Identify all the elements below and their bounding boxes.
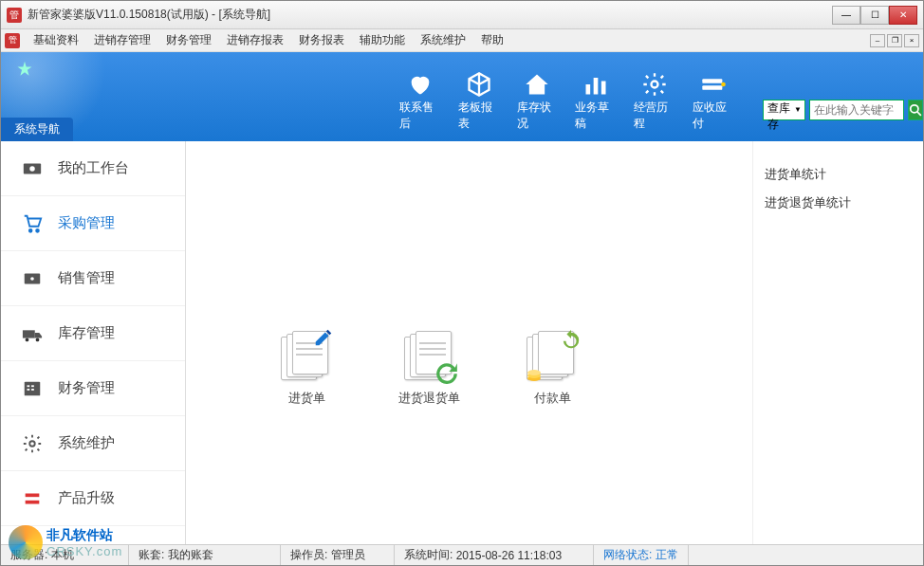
svg-point-17 — [36, 338, 40, 341]
sidebar-item-finance[interactable]: 财务管理 — [1, 361, 185, 416]
action-purchase-order[interactable]: 进货单 — [281, 331, 332, 407]
sidebar-item-maintain[interactable]: 系统维护 — [1, 416, 185, 471]
document-pay-icon — [527, 331, 578, 382]
svg-point-10 — [29, 166, 35, 172]
close-button[interactable]: ✕ — [889, 6, 917, 25]
svg-point-23 — [29, 441, 35, 447]
sidebar-item-sales[interactable]: 销售管理 — [1, 251, 185, 306]
sidebar-item-workbench[interactable]: 我的工作台 — [1, 141, 185, 196]
mdi-close-button[interactable]: × — [904, 34, 919, 47]
menu-inventory-report[interactable]: 进销存报表 — [219, 29, 291, 51]
cart-icon — [20, 213, 45, 234]
svg-point-12 — [36, 228, 39, 231]
status-operator: 操作员: 管理员 — [281, 545, 395, 565]
watermark-logo-icon — [9, 525, 43, 559]
gear-icon — [641, 73, 668, 96]
status-time: 系统时间: 2015-08-26 11:18:03 — [395, 545, 594, 565]
sidebar-item-label: 我的工作台 — [58, 159, 129, 177]
svg-rect-22 — [31, 389, 34, 391]
tool-boss-report[interactable]: 老板报表 — [458, 73, 500, 132]
handshake-icon — [407, 73, 434, 96]
link-purchase-stats[interactable]: 进货单统计 — [765, 160, 912, 189]
menu-aux[interactable]: 辅助功能 — [352, 29, 413, 51]
svg-rect-2 — [601, 82, 606, 95]
search-button[interactable] — [908, 100, 923, 120]
action-payment[interactable]: 付款单 — [527, 331, 578, 407]
svg-point-6 — [721, 82, 726, 87]
svg-point-7 — [911, 105, 918, 113]
svg-rect-20 — [31, 385, 34, 387]
svg-line-8 — [917, 112, 921, 116]
svg-rect-15 — [23, 330, 35, 338]
menu-inventory-mgmt[interactable]: 进销存管理 — [86, 29, 158, 51]
maximize-button[interactable]: ☐ — [860, 6, 889, 25]
maintain-icon — [20, 433, 45, 454]
svg-rect-5 — [702, 85, 722, 90]
svg-rect-0 — [586, 84, 591, 95]
sidebar-item-label: 产品升级 — [58, 489, 115, 507]
upgrade-icon — [20, 488, 45, 509]
statusbar: 服务器: 本机 账套: 我的账套 操作员: 管理员 系统时间: 2015-08-… — [1, 544, 923, 565]
chart-icon — [582, 73, 609, 96]
tool-stock-status[interactable]: 库存状况 — [517, 73, 559, 132]
svg-point-16 — [26, 338, 29, 341]
search-category-select[interactable]: 查库存 — [763, 100, 805, 120]
svg-point-28 — [527, 370, 541, 375]
menu-help[interactable]: 帮助 — [473, 29, 511, 51]
svg-rect-1 — [594, 78, 599, 95]
svg-point-3 — [651, 82, 657, 88]
cube-icon — [466, 73, 492, 96]
tool-contact-support[interactable]: 联系售后 — [399, 73, 441, 132]
minimize-button[interactable]: — — [832, 6, 860, 25]
svg-rect-4 — [702, 79, 722, 83]
window-title: 新管家婆婆版V11.0.150818(试用版) - [系统导航] — [28, 7, 832, 23]
svg-rect-19 — [28, 385, 30, 387]
svg-rect-24 — [26, 493, 40, 497]
sidebar-item-inventory[interactable]: 库存管理 — [1, 306, 185, 361]
sidebar: 我的工作台 采购管理 销售管理 库存管理 财务管理 系统维护 — [1, 141, 186, 544]
menubar: 管 基础资料 进销存管理 财务管理 进销存报表 财务报表 辅助功能 系统维护 帮… — [1, 29, 923, 52]
sales-icon — [20, 268, 45, 289]
menu-finance-mgmt[interactable]: 财务管理 — [158, 29, 219, 51]
mdi-minimize-button[interactable]: – — [870, 34, 885, 47]
right-panel: 进货单统计 进货退货单统计 — [752, 141, 923, 544]
sidebar-item-label: 系统维护 — [58, 434, 115, 452]
search-icon — [909, 103, 922, 117]
document-return-icon — [404, 331, 455, 382]
content-area: 进货单 进货退货单 — [186, 141, 752, 544]
sidebar-item-label: 库存管理 — [58, 324, 115, 342]
titlebar: 管 新管家婆婆版V11.0.150818(试用版) - [系统导航] — ☐ ✕ — [1, 1, 923, 29]
money-icon — [700, 73, 727, 96]
svg-rect-25 — [26, 500, 40, 503]
tool-receivable[interactable]: 应收应付 — [693, 73, 734, 132]
svg-point-11 — [29, 228, 32, 231]
menu-basic-data[interactable]: 基础资料 — [26, 29, 86, 51]
sidebar-item-upgrade[interactable]: 产品升级 — [1, 471, 185, 526]
sidebar-item-label: 财务管理 — [58, 379, 115, 397]
menubar-icon: 管 — [5, 33, 20, 48]
action-purchase-return[interactable]: 进货退货单 — [398, 331, 460, 407]
truck-icon — [20, 323, 45, 344]
sidebar-item-purchase[interactable]: 采购管理 — [1, 196, 185, 251]
menu-finance-report[interactable]: 财务报表 — [291, 29, 352, 51]
document-edit-icon — [281, 331, 332, 382]
sidebar-item-label: 销售管理 — [58, 269, 115, 287]
home-icon — [524, 73, 550, 96]
svg-point-14 — [30, 277, 34, 281]
svg-rect-21 — [28, 389, 30, 391]
finance-icon — [20, 378, 45, 399]
tool-draft[interactable]: 业务草稿 — [575, 73, 617, 132]
status-network: 网络状态: 正常 — [594, 545, 689, 565]
watermark: 非凡软件站 CRSKY.com — [9, 525, 122, 559]
tool-history[interactable]: 经营历程 — [634, 73, 675, 132]
star-decoration-icon — [15, 60, 34, 79]
sidebar-item-label: 采购管理 — [58, 214, 115, 232]
mdi-restore-button[interactable]: ❐ — [887, 34, 902, 47]
menu-system[interactable]: 系统维护 — [413, 29, 473, 51]
dashboard-icon — [20, 158, 45, 179]
status-account: 账套: 我的账套 — [129, 545, 281, 565]
active-tab[interactable]: 系统导航 — [1, 118, 73, 141]
link-purchase-return-stats[interactable]: 进货退货单统计 — [765, 189, 912, 217]
search-input[interactable] — [809, 100, 904, 120]
app-icon: 管 — [7, 8, 22, 23]
